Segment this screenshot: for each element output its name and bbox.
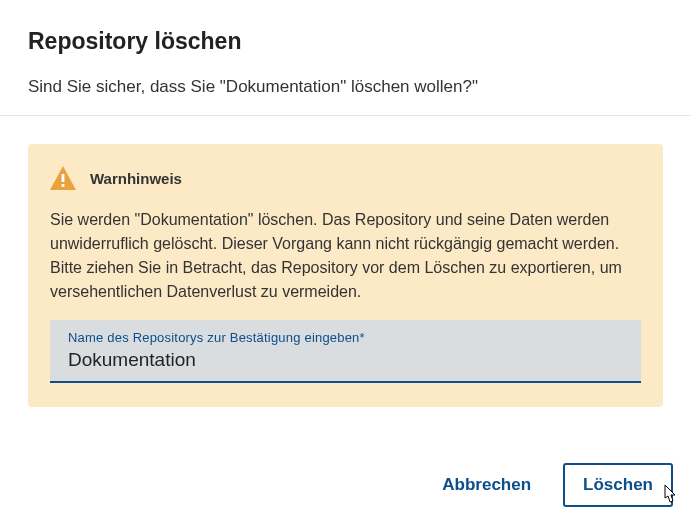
- dialog-subtitle: Sind Sie sicher, dass Sie "Dokumentation…: [28, 77, 663, 97]
- dialog-title: Repository löschen: [28, 28, 663, 55]
- svg-rect-1: [62, 184, 65, 187]
- dialog-footer: Abbrechen Löschen: [0, 463, 691, 523]
- warning-header: Warnhinweis: [50, 166, 641, 190]
- svg-rect-0: [62, 174, 65, 182]
- warning-text: Sie werden "Dokumentation" löschen. Das …: [50, 208, 641, 304]
- delete-repository-dialog: Repository löschen Sind Sie sicher, dass…: [0, 0, 691, 97]
- confirm-input-label: Name des Repositorys zur Bestätigung ein…: [68, 330, 623, 345]
- dialog-content: Warnhinweis Sie werden "Dokumentation" l…: [0, 116, 691, 435]
- warning-box: Warnhinweis Sie werden "Dokumentation" l…: [28, 144, 663, 407]
- cancel-button[interactable]: Abbrechen: [436, 465, 537, 505]
- warning-label: Warnhinweis: [90, 170, 182, 187]
- delete-button[interactable]: Löschen: [563, 463, 673, 507]
- confirm-input-wrap[interactable]: Name des Repositorys zur Bestätigung ein…: [50, 320, 641, 383]
- confirm-name-input[interactable]: [68, 347, 623, 373]
- warning-triangle-icon: [50, 166, 76, 190]
